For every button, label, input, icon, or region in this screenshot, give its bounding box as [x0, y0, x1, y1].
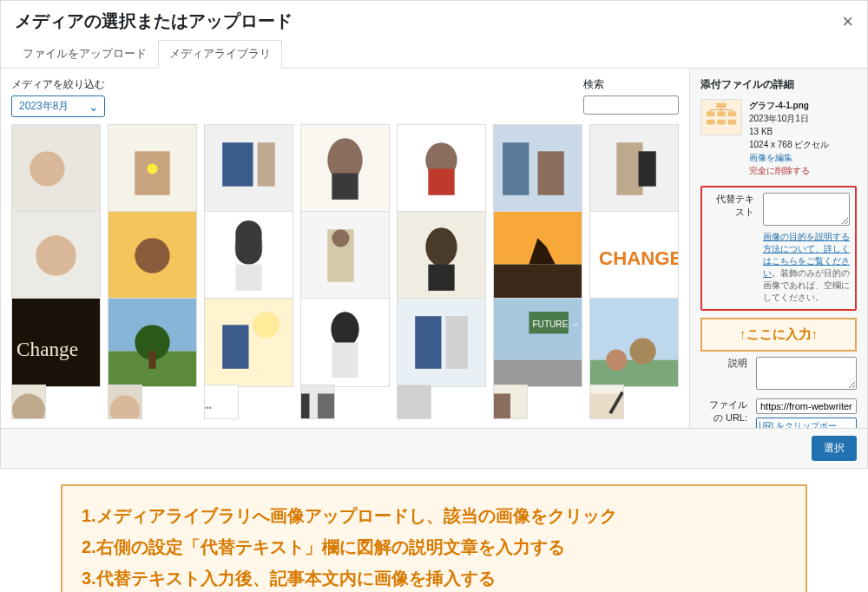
tab-library[interactable]: メディアライブラリ — [158, 40, 282, 69]
media-item[interactable] — [397, 211, 486, 300]
media-item[interactable] — [300, 124, 390, 214]
svg-rect-6 — [222, 142, 253, 187]
media-item[interactable] — [204, 124, 293, 214]
alt-text-input[interactable] — [763, 193, 850, 226]
media-item[interactable] — [589, 124, 679, 214]
svg-point-1 — [30, 151, 64, 186]
svg-point-23 — [135, 238, 169, 273]
file-name: グラフ-4-1.png — [749, 99, 829, 112]
date-filter-select[interactable]: 2023年8月 — [11, 95, 105, 117]
svg-rect-54 — [494, 360, 582, 386]
alt-help-text: 画像の目的を説明する方法について、詳しくはこちらをご覧ください。装飾のみが目的の… — [763, 231, 850, 304]
edit-image-link[interactable]: 画像を編集 — [749, 151, 829, 164]
url-label: ファイルの URL: — [700, 398, 753, 424]
svg-rect-16 — [538, 151, 564, 195]
svg-rect-35 — [494, 265, 582, 299]
svg-rect-15 — [503, 142, 529, 195]
modal-content: メディアを絞り込む 2023年8月 検索 — [1, 69, 867, 428]
svg-rect-58 — [590, 360, 678, 386]
file-info: グラフ-4-1.png 2023年10月1日 13 KB 1024 x 768 … — [700, 99, 857, 177]
svg-rect-26 — [235, 220, 261, 265]
media-item[interactable] — [11, 385, 46, 419]
filter-bar: メディアを絞り込む 2023年8月 検索 — [11, 77, 679, 117]
media-item[interactable] — [108, 385, 142, 419]
media-item[interactable] — [300, 298, 390, 387]
svg-rect-51 — [415, 316, 441, 369]
file-date: 2023年10月1日 — [749, 112, 829, 125]
instruction-line: 1.メディアライブラリへ画像アップロードし、該当の画像をクリック — [82, 500, 786, 531]
media-item[interactable]: •••••••• — [204, 385, 239, 419]
media-modal: メディアの選択またはアップロード × ファイルをアップロード メディアライブラリ… — [0, 0, 868, 469]
svg-rect-81 — [707, 120, 715, 125]
svg-rect-79 — [717, 111, 726, 116]
media-grid: CHANGE Change FUTURE → •••••••• — [11, 124, 679, 419]
svg-point-4 — [147, 163, 157, 174]
instruction-line: 3.代替テキスト入力後、記事本文内に画像を挿入する — [82, 562, 786, 592]
description-input[interactable] — [756, 357, 857, 390]
media-item[interactable] — [397, 385, 431, 419]
svg-rect-70 — [398, 385, 431, 418]
select-button[interactable]: 選択 — [812, 436, 857, 461]
media-item[interactable] — [108, 124, 197, 214]
delete-link[interactable]: 完全に削除する — [749, 164, 829, 177]
file-size: 13 KB — [749, 125, 829, 138]
svg-rect-69 — [318, 394, 334, 419]
close-button[interactable]: × — [842, 10, 853, 33]
media-item[interactable] — [300, 211, 390, 300]
media-item[interactable] — [11, 124, 101, 214]
svg-point-45 — [253, 312, 279, 338]
svg-point-48 — [331, 312, 358, 346]
svg-rect-72 — [494, 394, 510, 419]
attachment-details: 添付ファイルの詳細 — [689, 69, 867, 428]
file-url-input[interactable] — [756, 398, 857, 414]
svg-point-59 — [606, 350, 627, 371]
instruction-line: 2.右側の設定「代替テキスト」欄に図解の説明文章を入力する — [82, 531, 786, 562]
media-item[interactable]: FUTURE → — [493, 298, 582, 387]
media-item[interactable] — [108, 211, 197, 300]
svg-rect-33 — [428, 265, 454, 291]
svg-text:CHANGE: CHANGE — [599, 247, 678, 269]
input-here-callout: ↑ここに入力↑ — [700, 318, 857, 352]
svg-rect-7 — [258, 142, 275, 187]
svg-rect-80 — [728, 111, 737, 116]
media-item[interactable]: CHANGE — [589, 211, 679, 300]
alt-text-label: 代替テキスト — [707, 193, 760, 219]
copy-url-button[interactable]: URLをクリップボードにコピー — [756, 418, 857, 428]
svg-rect-68 — [301, 394, 310, 419]
media-item[interactable]: Change — [11, 298, 101, 387]
svg-text:••••••••: •••••••• — [205, 403, 212, 412]
media-item[interactable] — [493, 385, 528, 419]
instructions-box: 1.メディアライブラリへ画像アップロードし、該当の画像をクリック 2.右側の設定… — [61, 484, 807, 592]
svg-rect-27 — [235, 265, 261, 291]
svg-rect-43 — [148, 352, 155, 369]
media-item[interactable] — [300, 385, 335, 419]
svg-point-60 — [629, 338, 655, 364]
svg-rect-52 — [446, 316, 468, 369]
media-item[interactable] — [204, 298, 293, 387]
media-item[interactable] — [397, 298, 486, 387]
file-metadata: グラフ-4-1.png 2023年10月1日 13 KB 1024 x 768 … — [749, 99, 829, 177]
alt-text-field-group: 代替テキスト 画像の目的を説明する方法について、詳しくはこちらをご覧ください。装… — [700, 186, 857, 311]
media-item[interactable] — [493, 211, 582, 300]
tab-upload[interactable]: ファイルをアップロード — [11, 40, 158, 68]
search-input[interactable] — [583, 95, 679, 115]
media-item[interactable] — [204, 211, 293, 300]
svg-text:Change: Change — [16, 338, 78, 360]
media-item[interactable] — [11, 211, 101, 300]
svg-rect-46 — [222, 325, 248, 369]
svg-point-30 — [332, 229, 349, 247]
desc-label: 説明 — [700, 357, 753, 370]
svg-rect-77 — [716, 103, 726, 109]
modal-header: メディアの選択またはアップロード × — [1, 1, 867, 33]
filter-label: メディアを絞り込む — [11, 77, 105, 92]
media-item[interactable] — [589, 298, 679, 387]
svg-rect-49 — [332, 343, 358, 378]
file-thumbnail[interactable] — [700, 99, 742, 135]
media-item[interactable] — [397, 124, 486, 214]
details-heading: 添付ファイルの詳細 — [700, 77, 857, 92]
media-item[interactable] — [108, 298, 197, 387]
svg-text:FUTURE →: FUTURE → — [532, 319, 579, 329]
url-field-group: ファイルの URL: URLをクリップボードにコピー — [700, 398, 857, 428]
media-item[interactable] — [493, 124, 582, 214]
media-item[interactable] — [589, 385, 624, 419]
